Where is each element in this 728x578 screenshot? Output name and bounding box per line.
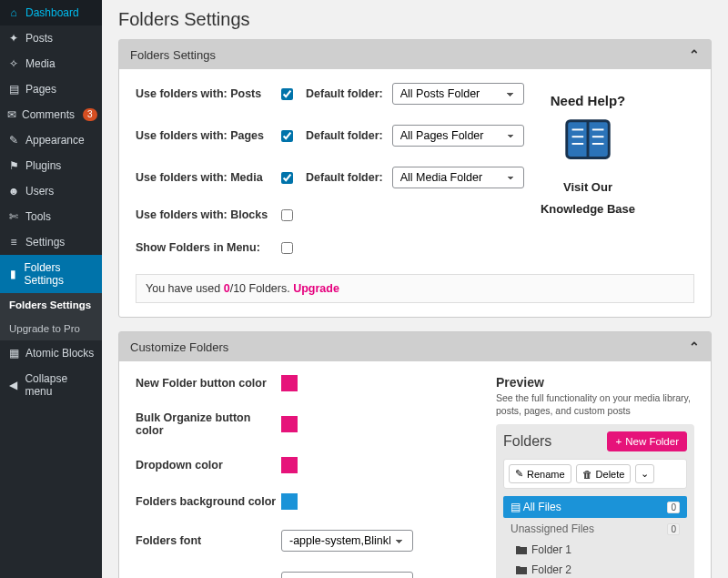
folder-label: Folder 1 — [531, 543, 571, 556]
wrench-icon: ✄ — [7, 210, 20, 223]
sidebar-sub-upgrade[interactable]: Upgrade to Pro — [0, 317, 102, 340]
checkbox-menu[interactable] — [281, 242, 293, 254]
swatch-newfolder[interactable] — [281, 375, 298, 391]
sidebar-item-users[interactable]: ☻Users — [0, 178, 102, 204]
checkbox-blocks[interactable] — [281, 209, 293, 221]
sidebar-sub-label: Upgrade to Pro — [9, 323, 80, 334]
more-button[interactable]: ⌄ — [635, 464, 654, 483]
sidebar-item-settings[interactable]: ≡Settings — [0, 229, 102, 255]
sidebar-item-dashboard[interactable]: ⌂Dashboard — [0, 0, 102, 25]
chevron-down-icon: ⌄ — [641, 468, 649, 480]
label-font: Folders font — [136, 534, 281, 547]
tree-unassigned[interactable]: Unassigned Files 0 — [503, 518, 687, 540]
default-label-posts: Default folder: — [306, 87, 383, 100]
delete-label: Delete — [596, 469, 625, 480]
tree-folder-2[interactable]: Folder 2 — [503, 560, 687, 578]
pencil-icon: ✎ — [515, 468, 523, 480]
sidebar-item-atomic-blocks[interactable]: ▦Atomic Blocks — [0, 340, 102, 366]
delete-button[interactable]: 🗑Delete — [576, 464, 632, 483]
sidebar-label: Posts — [25, 32, 53, 45]
sidebar-sub-folders-settings[interactable]: Folders Settings — [0, 293, 102, 317]
sidebar-item-folders-settings[interactable]: ▮Folders Settings — [0, 255, 102, 293]
label-posts: Use folders with: Posts — [136, 87, 281, 100]
swatch-bg[interactable] — [281, 493, 298, 510]
rename-button[interactable]: ✎Rename — [509, 464, 571, 483]
row-bulk-color: Bulk Organize button color — [136, 411, 478, 437]
checkbox-pages[interactable] — [281, 130, 293, 142]
sidebar-item-appearance[interactable]: ✎Appearance — [0, 127, 102, 153]
checkbox-media[interactable] — [281, 172, 293, 184]
sidebar-label: Users — [25, 185, 54, 198]
row-newfolder-color: New Folder button color — [136, 375, 478, 391]
sidebar-label: Collapse menu — [25, 372, 95, 398]
sidebar-item-comments[interactable]: ✉Comments3 — [0, 102, 102, 127]
sidebar-label: Settings — [25, 236, 65, 248]
preview-panel: Folders +New Folder ✎Rename 🗑Delete ⌄ ▤ … — [496, 424, 694, 578]
plug-icon: ⚑ — [7, 159, 20, 172]
page-icon: ▤ — [7, 83, 20, 96]
tree-folder-1[interactable]: Folder 1 — [503, 540, 687, 560]
comment-icon: ✉ — [7, 108, 16, 121]
sidebar-item-pages[interactable]: ▤Pages — [0, 76, 102, 102]
preview-section: Preview See the full functionality on yo… — [496, 375, 694, 578]
brush-icon: ✎ — [7, 134, 20, 147]
plus-icon: + — [615, 436, 622, 447]
dashboard-icon: ⌂ — [7, 6, 20, 19]
swatch-dropdown[interactable] — [281, 457, 298, 473]
sidebar-label: Media — [25, 57, 56, 70]
all-files-label: All Files — [523, 501, 561, 513]
label-pages: Use folders with: Pages — [136, 129, 281, 142]
usage-post: /10 Folders. — [230, 282, 293, 295]
sidebar-label: Pages — [25, 83, 56, 96]
default-label-media: Default folder: — [306, 171, 383, 184]
sidebar-label: Dashboard — [25, 6, 79, 19]
select-posts-default[interactable]: All Posts Folder — [392, 83, 524, 105]
tree-all-files[interactable]: ▤ All Files 0 — [503, 496, 687, 518]
sidebar-item-plugins[interactable]: ⚑Plugins — [0, 153, 102, 178]
count-badge: 0 — [667, 523, 680, 535]
folder-icon — [516, 565, 527, 574]
sidebar-label: Tools — [25, 210, 51, 223]
sidebar-item-tools[interactable]: ✄Tools — [0, 204, 102, 229]
sidebar-item-media[interactable]: ✧Media — [0, 51, 102, 76]
kb-line2: Knowledge Base — [511, 202, 665, 217]
usage-count: 0 — [224, 282, 230, 295]
media-icon: ✧ — [7, 57, 20, 70]
label-dropdown-color: Dropdown color — [136, 459, 281, 472]
chevron-up-icon: ⌃ — [689, 340, 700, 354]
preview-header: Folders +New Folder — [503, 431, 687, 451]
sidebar-item-posts[interactable]: ✦Posts — [0, 25, 102, 51]
row-size: Folders size Medium — [136, 572, 478, 578]
row-menu: Show Folders in Menu: — [136, 241, 694, 254]
customize-options: New Folder button color Bulk Organize bu… — [136, 375, 478, 578]
help-title: Need Help? — [511, 93, 665, 108]
label-newfolder-color: New Folder button color — [136, 377, 281, 390]
sidebar-label: Folders Settings — [25, 261, 95, 287]
panel-head-customize[interactable]: Customize Folders ⌃ — [119, 332, 711, 361]
select-media-default[interactable]: All Media Folder — [392, 167, 524, 188]
panel-head[interactable]: Folders Settings ⌃ — [119, 40, 711, 69]
sidebar-submenu: Folders Settings Upgrade to Pro — [0, 293, 102, 340]
row-bg-color: Folders background color — [136, 493, 478, 510]
panel-title-customize: Customize Folders — [130, 340, 228, 354]
upgrade-link[interactable]: Upgrade — [293, 282, 339, 295]
label-bulk-color: Bulk Organize button color — [136, 411, 281, 437]
rename-label: Rename — [527, 469, 565, 480]
kb-line1: Visit Our — [511, 180, 665, 195]
preview-title: Preview — [496, 375, 694, 390]
chevron-up-icon: ⌃ — [689, 47, 700, 62]
folder-label: Folder 2 — [531, 563, 571, 576]
checkbox-posts[interactable] — [281, 88, 293, 100]
sidebar-item-collapse[interactable]: ◀Collapse menu — [0, 366, 102, 404]
book-icon — [560, 114, 616, 170]
count-badge: 0 — [667, 502, 680, 513]
select-pages-default[interactable]: All Pages Folder — [392, 125, 524, 147]
label-menu: Show Folders in Menu: — [136, 241, 281, 254]
sidebar-label: Atomic Blocks — [25, 347, 94, 360]
label-blocks: Use folders with: Blocks — [136, 208, 281, 221]
help-box[interactable]: Need Help? Visit Our Knowledge Base — [511, 93, 665, 216]
select-size[interactable]: Medium — [281, 572, 413, 578]
new-folder-button[interactable]: +New Folder — [607, 431, 687, 451]
select-font[interactable]: -apple-system,BlinkMa — [281, 530, 413, 552]
swatch-bulk[interactable] — [281, 416, 298, 432]
